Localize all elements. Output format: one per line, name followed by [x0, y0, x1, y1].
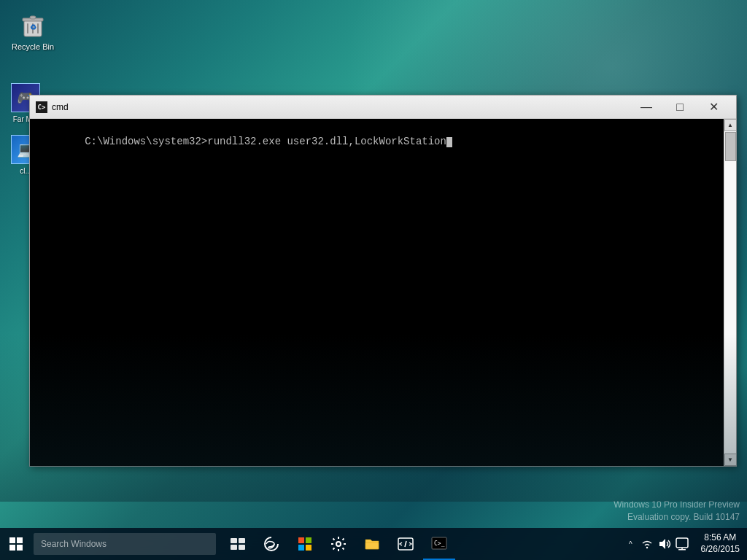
svg-rect-12: [306, 537, 311, 543]
svg-rect-21: [676, 538, 688, 548]
recycle-bin-label: Recycle Bin: [12, 42, 54, 52]
watermark-line2: Evaluation copy. Build 10147: [614, 511, 740, 524]
tray-icon-action-center[interactable]: [675, 537, 689, 551]
scroll-track[interactable]: [724, 131, 736, 454]
clock-date: 6/26/2015: [701, 544, 740, 556]
svg-text:C>_: C>_: [434, 540, 445, 547]
taskbar-icon-store[interactable]: [289, 528, 321, 560]
svg-rect-5: [30, 16, 36, 19]
cmd-controls: — □ ✕: [630, 97, 730, 117]
watermark: Windows 10 Pro Insider Preview Evaluatio…: [614, 499, 740, 524]
windows-logo-icon: [9, 537, 23, 551]
tray-icon-volume[interactable]: [657, 537, 672, 551]
cmd-content: C:\Windows\system32>rundll32.exe user32.…: [36, 122, 730, 162]
search-input[interactable]: [41, 539, 209, 549]
svg-rect-9: [231, 545, 237, 550]
taskbar: C>_ ^: [0, 528, 747, 560]
watermark-line1: Windows 10 Pro Insider Preview: [614, 499, 740, 511]
taskbar-center-icons: C>_: [222, 528, 455, 560]
svg-rect-14: [306, 545, 311, 551]
start-button[interactable]: [0, 528, 32, 560]
svg-text:♻: ♻: [30, 23, 36, 31]
cmd-maximize-button[interactable]: □: [663, 97, 697, 117]
cmd-window: C> cmd — □ ✕ C:\Windows\system32>rundll3…: [29, 95, 737, 467]
cmd-scrollbar[interactable]: ▲ ▼: [724, 119, 736, 466]
cmd-titlebar: C> cmd — □ ✕: [30, 96, 736, 119]
scroll-up-arrow[interactable]: ▲: [724, 119, 737, 131]
recycle-bin-icon[interactable]: ♻ Recycle Bin: [7, 7, 58, 55]
search-box[interactable]: [34, 533, 216, 555]
tray-icon-network[interactable]: [640, 537, 654, 551]
svg-rect-16: [365, 542, 379, 549]
taskbar-icon-dev[interactable]: [390, 528, 422, 560]
scroll-down-arrow[interactable]: ▼: [724, 454, 737, 466]
cmd-minimize-button[interactable]: —: [630, 97, 663, 117]
svg-rect-7: [231, 538, 237, 543]
cmd-close-button[interactable]: ✕: [697, 97, 730, 117]
clock-time: 8:56 AM: [704, 532, 736, 544]
cmd-title: cmd: [52, 102, 630, 112]
cmd-window-icon: C>: [36, 101, 47, 113]
taskbar-icon-file-explorer[interactable]: [356, 528, 388, 560]
scroll-thumb[interactable]: [725, 132, 736, 161]
svg-rect-1: [27, 23, 28, 34]
desktop: ♻ Recycle Bin 🎮 Far M... 💻 cl... C> cmd …: [0, 0, 747, 560]
svg-marker-20: [659, 539, 665, 549]
clock-area[interactable]: 8:56 AM 6/26/2015: [694, 528, 747, 560]
taskbar-icon-cmd[interactable]: C>_: [423, 528, 455, 560]
taskbar-icon-settings[interactable]: [322, 528, 355, 560]
cmd-cursor: [446, 137, 452, 147]
svg-rect-3: [37, 23, 39, 34]
svg-rect-13: [298, 545, 304, 551]
tray-icons: [635, 537, 694, 551]
tray-expand-button[interactable]: ^: [626, 540, 635, 548]
taskbar-icon-task-view[interactable]: [222, 528, 254, 560]
svg-rect-8: [239, 538, 245, 543]
cmd-body: C:\Windows\system32>rundll32.exe user32.…: [30, 119, 736, 466]
svg-point-15: [336, 542, 341, 546]
svg-rect-10: [239, 545, 245, 550]
svg-rect-22: [678, 549, 686, 551]
svg-rect-11: [298, 537, 304, 543]
taskbar-icon-edge[interactable]: [255, 528, 287, 560]
system-tray: ^: [626, 528, 747, 560]
